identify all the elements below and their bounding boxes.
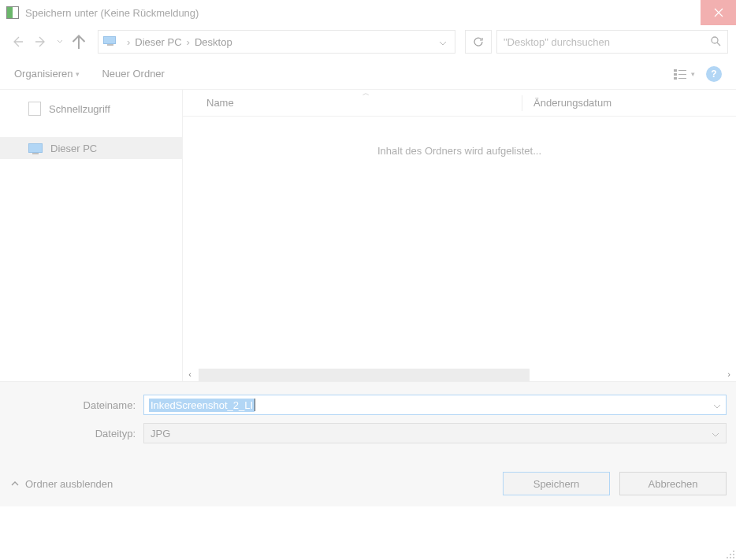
chevron-up-icon — [11, 480, 19, 487]
svg-rect-5 — [674, 77, 677, 80]
chevron-down-icon — [439, 41, 447, 46]
filetype-label: Dateityp: — [9, 428, 143, 439]
scroll-track[interactable] — [197, 369, 722, 380]
address-bar[interactable]: › Dieser PC › Desktop — [98, 30, 455, 54]
up-button[interactable] — [69, 32, 88, 51]
organize-label: Organisieren — [14, 68, 72, 80]
breadcrumb-folder[interactable]: Desktop — [195, 36, 232, 48]
chevron-down-icon — [712, 432, 719, 437]
column-header-name[interactable]: Name — [183, 97, 522, 109]
scroll-thumb[interactable] — [199, 369, 530, 381]
filename-input[interactable]: InkedScreenshot_2_LI — [143, 395, 727, 415]
chevron-right-icon: › — [187, 36, 190, 48]
filename-label: Dateiname: — [9, 399, 143, 411]
view-mode-button[interactable]: ▾ — [674, 69, 695, 80]
sidebar-item-this-pc[interactable]: Dieser PC — [0, 137, 182, 159]
search-input[interactable] — [504, 36, 710, 48]
chevron-down-icon — [57, 39, 63, 44]
details-view-icon — [674, 69, 688, 80]
column-headers: ︿ Name Änderungsdatum — [183, 90, 736, 117]
arrow-left-icon — [11, 35, 24, 48]
app-icon — [6, 6, 19, 19]
save-button[interactable]: Speichern — [503, 472, 610, 495]
sidebar-item-label: Schnellzugriff — [49, 103, 110, 115]
filename-dropdown[interactable] — [713, 399, 721, 411]
chevron-right-icon: › — [127, 36, 130, 48]
column-header-modified[interactable]: Änderungsdatum — [522, 97, 611, 109]
hide-folders-button[interactable]: Ordner ausblenden — [11, 478, 113, 490]
arrow-right-icon — [35, 35, 47, 48]
file-pane: ︿ Name Änderungsdatum Inhalt des Ordners… — [183, 90, 736, 381]
address-dropdown[interactable] — [436, 36, 450, 48]
hide-folders-label: Ordner ausblenden — [25, 478, 113, 490]
close-icon — [714, 8, 723, 17]
footer: Ordner ausblenden Speichern Abbrechen — [0, 456, 736, 506]
svg-rect-1 — [674, 69, 677, 72]
navigation-row: › Dieser PC › Desktop — [0, 25, 736, 58]
window-title: Speichern unter (Keine Rückmeldung) — [25, 7, 701, 19]
organize-button[interactable]: Organisieren ▾ — [14, 68, 80, 80]
sort-indicator-icon: ︿ — [362, 88, 370, 98]
refresh-button[interactable] — [465, 30, 492, 54]
scroll-right-button[interactable]: › — [722, 367, 736, 381]
sidebar-item-label: Dieser PC — [50, 143, 97, 154]
filetype-value: JPG — [151, 428, 170, 439]
filetype-select[interactable]: JPG — [143, 423, 727, 443]
scroll-left-button[interactable]: ‹ — [183, 367, 197, 381]
svg-rect-6 — [678, 78, 686, 79]
arrow-up-icon — [69, 32, 88, 51]
save-form: Dateiname: InkedScreenshot_2_LI Dateityp… — [0, 381, 736, 456]
pc-icon — [28, 143, 43, 153]
help-button[interactable]: ? — [706, 66, 722, 82]
svg-rect-3 — [674, 73, 677, 76]
cancel-button[interactable]: Abbrechen — [619, 472, 727, 495]
titlebar: Speichern unter (Keine Rückmeldung) — [0, 0, 736, 25]
breadcrumb-pc[interactable]: Dieser PC — [135, 36, 181, 48]
recent-locations-dropdown[interactable] — [55, 39, 65, 44]
help-icon: ? — [711, 69, 716, 80]
horizontal-scrollbar[interactable]: ‹ › — [183, 367, 736, 381]
svg-point-0 — [712, 37, 718, 43]
sidebar-item-quick-access[interactable]: Schnellzugriff — [0, 98, 182, 120]
toolbar: Organisieren ▾ Neuer Ordner ▾ ? — [0, 58, 736, 90]
new-folder-label: Neuer Ordner — [102, 68, 164, 80]
resize-grip[interactable] — [725, 549, 734, 558]
back-button[interactable] — [8, 32, 27, 51]
caret-down-icon: ▾ — [691, 70, 695, 78]
sidebar: Schnellzugriff Dieser PC — [0, 90, 183, 381]
refresh-icon — [473, 36, 484, 47]
forward-button[interactable] — [32, 32, 50, 51]
text-cursor — [255, 399, 255, 411]
svg-rect-4 — [678, 74, 686, 75]
search-box[interactable] — [496, 30, 728, 54]
svg-rect-2 — [678, 70, 686, 71]
filename-value: InkedScreenshot_2_LI — [149, 399, 255, 412]
main-area: Schnellzugriff Dieser PC ︿ Name Änderung… — [0, 90, 736, 381]
pc-icon — [103, 36, 117, 47]
filetype-dropdown-arrow — [712, 428, 719, 439]
search-icon — [710, 35, 721, 49]
new-folder-button[interactable]: Neuer Ordner — [102, 68, 164, 80]
close-button[interactable] — [701, 0, 736, 25]
caret-down-icon: ▾ — [76, 70, 80, 78]
loading-message: Inhalt des Ordners wird aufgelistet... — [183, 117, 736, 157]
chevron-down-icon — [713, 404, 721, 409]
